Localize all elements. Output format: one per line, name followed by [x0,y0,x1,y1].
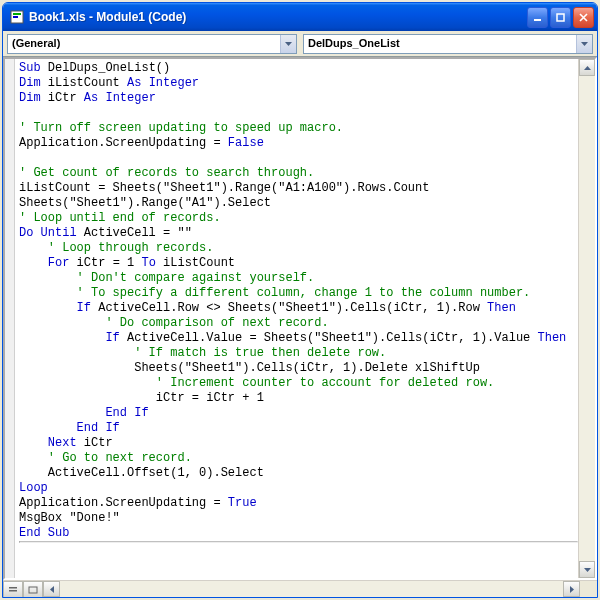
procedure-view-button[interactable] [3,581,23,598]
code-content[interactable]: Sub DelDups_OneList() Dim iListCount As … [15,59,578,578]
scroll-left-icon[interactable] [43,581,60,597]
scroll-track[interactable] [579,76,595,561]
chevron-down-icon[interactable] [280,35,296,53]
vertical-scrollbar[interactable] [578,59,595,578]
module-icon [9,9,25,25]
window-buttons [527,7,594,28]
svg-rect-2 [13,16,18,18]
full-module-view-button[interactable] [23,581,43,598]
svg-rect-7 [29,587,37,593]
svg-rect-3 [534,19,541,21]
margin-indicator [5,59,15,578]
svg-rect-5 [9,587,17,589]
close-button[interactable] [573,7,594,28]
procedure-dropdown-value: DelDups_OneList [304,35,576,53]
scroll-right-icon[interactable] [563,581,580,597]
procedure-dropdown[interactable]: DelDups_OneList [303,34,593,54]
svg-rect-6 [9,590,17,592]
procedure-separator [19,541,578,543]
maximize-button[interactable] [550,7,571,28]
svg-rect-4 [557,14,564,21]
size-grip[interactable] [580,581,597,598]
object-dropdown[interactable]: (General) [7,34,297,54]
bottom-bar [3,580,597,597]
minimize-button[interactable] [527,7,548,28]
window-title: Book1.xls - Module1 (Code) [29,10,527,24]
object-dropdown-value: (General) [8,35,280,53]
scroll-up-icon[interactable] [579,59,595,76]
svg-rect-1 [13,13,21,15]
view-mode-buttons [3,581,43,597]
chevron-down-icon[interactable] [576,35,592,53]
object-proc-bar: (General) DelDups_OneList [3,31,597,57]
titlebar[interactable]: Book1.xls - Module1 (Code) [3,3,597,31]
scroll-down-icon[interactable] [579,561,595,578]
code-window: Book1.xls - Module1 (Code) (General) Del… [2,2,598,598]
scroll-track[interactable] [60,581,563,597]
code-editor[interactable]: Sub DelDups_OneList() Dim iListCount As … [3,57,597,580]
horizontal-scrollbar[interactable] [43,581,580,597]
